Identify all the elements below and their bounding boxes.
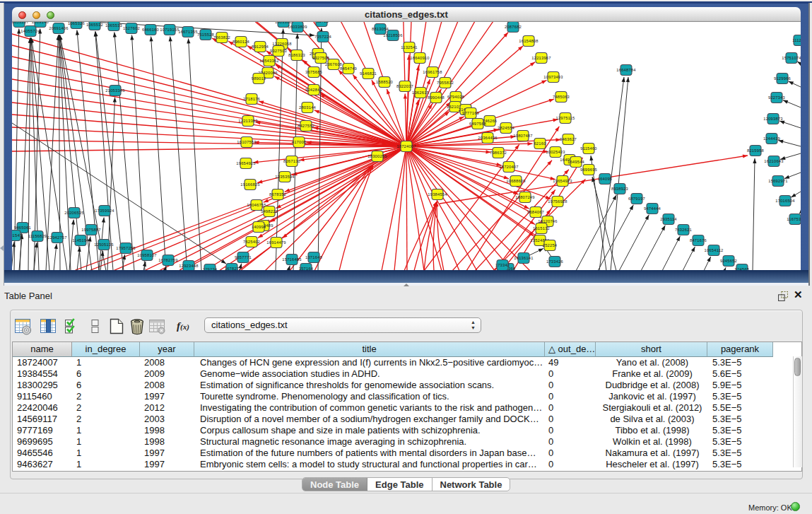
svg-text:1145194: 1145194 bbox=[72, 238, 89, 243]
svg-text:16961758: 16961758 bbox=[423, 70, 442, 74]
svg-text:8186323: 8186323 bbox=[288, 53, 305, 57]
svg-text:10807487: 10807487 bbox=[513, 134, 532, 138]
svg-text:16648784: 16648784 bbox=[616, 68, 636, 72]
svg-text:21053346: 21053346 bbox=[105, 88, 124, 93]
svg-text:10654112: 10654112 bbox=[705, 248, 724, 252]
svg-text:19975887: 19975887 bbox=[81, 228, 100, 232]
svg-text:11156829: 11156829 bbox=[28, 234, 47, 238]
svg-text:7625402: 7625402 bbox=[243, 240, 260, 244]
svg-text:9227343: 9227343 bbox=[768, 95, 785, 100]
svg-text:2718176: 2718176 bbox=[243, 97, 260, 101]
svg-text:9474444: 9474444 bbox=[644, 206, 661, 211]
svg-text:12942757: 12942757 bbox=[47, 235, 66, 240]
svg-text:8678352: 8678352 bbox=[269, 192, 286, 197]
svg-text:5498222: 5498222 bbox=[261, 209, 278, 214]
svg-text:18300295: 18300295 bbox=[367, 154, 387, 158]
svg-text:16543362: 16543362 bbox=[259, 59, 278, 63]
svg-text:2087682: 2087682 bbox=[505, 25, 522, 29]
svg-text:1065532: 1065532 bbox=[86, 23, 103, 27]
svg-text:735722: 735722 bbox=[314, 22, 329, 23]
svg-text:10973493: 10973493 bbox=[543, 75, 563, 79]
svg-text:252254: 252254 bbox=[543, 243, 558, 247]
svg-text:20691406: 20691406 bbox=[49, 26, 68, 30]
svg-text:1065326: 1065326 bbox=[68, 22, 85, 25]
svg-text:18807249: 18807249 bbox=[515, 195, 534, 199]
svg-text:19654925: 19654925 bbox=[236, 161, 255, 165]
svg-text:8427552: 8427552 bbox=[298, 124, 314, 128]
svg-text:924565: 924565 bbox=[735, 267, 750, 270]
svg-text:7986372: 7986372 bbox=[490, 151, 507, 155]
svg-text:1733426: 1733426 bbox=[546, 259, 563, 264]
svg-text:6794028: 6794028 bbox=[447, 95, 464, 99]
svg-text:9465061: 9465061 bbox=[14, 226, 31, 230]
svg-text:12923448: 12923448 bbox=[179, 264, 198, 268]
svg-text:417006: 417006 bbox=[292, 140, 307, 144]
svg-text:10719155: 10719155 bbox=[160, 28, 179, 32]
svg-text:6879197: 6879197 bbox=[628, 197, 645, 201]
svg-text:2935114: 2935114 bbox=[660, 217, 677, 221]
svg-text:20364436: 20364436 bbox=[478, 136, 497, 140]
svg-text:16107553: 16107553 bbox=[237, 140, 256, 144]
svg-text:7357224: 7357224 bbox=[314, 35, 332, 39]
svg-text:7663822: 7663822 bbox=[213, 35, 230, 40]
svg-text:19654923: 19654923 bbox=[553, 179, 572, 183]
svg-text:9327508: 9327508 bbox=[312, 56, 329, 60]
svg-text:17016504: 17016504 bbox=[775, 199, 795, 203]
svg-text:129234: 129234 bbox=[203, 267, 218, 270]
svg-text:10025433: 10025433 bbox=[546, 150, 565, 154]
svg-text:1603380: 1603380 bbox=[275, 22, 292, 24]
svg-text:9242843: 9242843 bbox=[305, 88, 322, 92]
svg-text:19218506: 19218506 bbox=[383, 33, 402, 37]
svg-text:7632621: 7632621 bbox=[675, 228, 692, 232]
svg-text:12505135: 12505135 bbox=[94, 243, 113, 247]
svg-text:18724007: 18724007 bbox=[396, 144, 416, 148]
svg-text:8322037: 8322037 bbox=[396, 84, 413, 88]
svg-text:2069140: 2069140 bbox=[32, 22, 49, 24]
svg-text:10958107: 10958107 bbox=[137, 253, 156, 257]
svg-text:8912954: 8912954 bbox=[252, 45, 269, 49]
svg-text:17359924: 17359924 bbox=[95, 209, 114, 213]
svg-text:1527602: 1527602 bbox=[123, 26, 140, 30]
svg-text:140994: 140994 bbox=[252, 225, 266, 229]
svg-text:3824554: 3824554 bbox=[498, 126, 515, 130]
svg-text:8960124: 8960124 bbox=[233, 40, 250, 44]
svg-text:391547: 391547 bbox=[12, 233, 22, 238]
svg-text:16671355: 16671355 bbox=[178, 30, 197, 34]
svg-text:3675685: 3675685 bbox=[305, 70, 322, 74]
svg-text:8267130: 8267130 bbox=[283, 159, 300, 163]
svg-text:8938923: 8938923 bbox=[611, 187, 628, 191]
svg-text:7955812: 7955812 bbox=[437, 81, 454, 85]
svg-text:10653267: 10653267 bbox=[12, 22, 29, 24]
svg-text:1167533: 1167533 bbox=[787, 217, 801, 221]
svg-text:1588520: 1588520 bbox=[376, 80, 393, 84]
svg-text:15720407: 15720407 bbox=[499, 165, 518, 169]
svg-text:167827: 167827 bbox=[225, 267, 240, 270]
svg-text:1615132: 1615132 bbox=[533, 226, 550, 230]
svg-text:9129966: 9129966 bbox=[774, 76, 791, 81]
svg-text:9699695: 9699695 bbox=[580, 168, 597, 172]
svg-text:164095: 164095 bbox=[598, 177, 613, 181]
svg-text:111254: 111254 bbox=[792, 38, 801, 42]
svg-text:15692971: 15692971 bbox=[768, 179, 787, 183]
svg-text:1244419: 1244419 bbox=[763, 136, 780, 141]
svg-text:16136141: 16136141 bbox=[514, 256, 533, 260]
svg-text:9684067: 9684067 bbox=[527, 210, 544, 214]
svg-text:12213363: 12213363 bbox=[238, 119, 257, 123]
svg-text:14055724: 14055724 bbox=[20, 29, 40, 33]
svg-text:15716485: 15716485 bbox=[282, 257, 301, 262]
svg-text:1065533: 1065533 bbox=[105, 23, 122, 28]
svg-text:9463627: 9463627 bbox=[560, 137, 577, 141]
svg-text:9146821: 9146821 bbox=[360, 71, 377, 76]
svg-text:1649544: 1649544 bbox=[567, 160, 585, 164]
svg-text:2803144: 2803144 bbox=[299, 105, 317, 110]
svg-text:18640910: 18640910 bbox=[410, 56, 429, 60]
svg-text:1371648: 1371648 bbox=[305, 255, 322, 259]
svg-text:10688609: 10688609 bbox=[506, 179, 525, 183]
svg-text:1362615: 1362615 bbox=[412, 90, 429, 95]
svg-text:173342: 173342 bbox=[495, 263, 510, 267]
svg-text:19166825: 19166825 bbox=[240, 182, 259, 187]
svg-text:157164: 157164 bbox=[299, 267, 314, 270]
svg-text:12213967: 12213967 bbox=[531, 56, 551, 60]
svg-text:9245652: 9245652 bbox=[720, 259, 737, 263]
svg-text:16210643: 16210643 bbox=[764, 159, 783, 163]
